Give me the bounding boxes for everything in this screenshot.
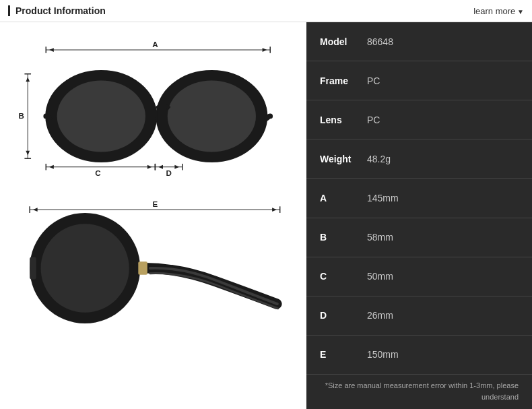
svg-point-3 [168,80,256,152]
spec-label: Weight [320,154,367,164]
front-diagram: A B C D [13,29,293,184]
page-header: Product Information learn more [0,0,532,22]
svg-marker-13 [26,77,30,82]
spec-row: FramePC [306,61,532,100]
spec-value: 86648 [367,36,393,47]
page-title: Product Information [8,5,106,16]
svg-point-29 [41,224,129,312]
svg-text:E: E [153,200,158,208]
svg-marker-36 [272,208,277,212]
svg-rect-30 [138,261,147,274]
spec-label: Lens [320,115,367,125]
spec-label: Model [320,36,367,47]
spec-row: Model86648 [306,22,532,61]
spec-row: E150mm [306,336,532,374]
spec-row: B58mm [306,218,532,257]
spec-value: 150mm [367,349,399,360]
spec-label: E [320,349,367,360]
spec-label: Frame [320,75,367,86]
spec-value: 50mm [367,271,393,282]
main-content: A B C D [0,22,532,409]
svg-point-1 [57,80,145,152]
spec-value: PC [367,115,380,125]
svg-marker-25 [158,165,163,169]
spec-label: C [320,271,367,282]
svg-text:A: A [152,40,158,49]
spec-row: Weight48.2g [306,139,532,179]
svg-marker-14 [26,151,30,156]
svg-marker-20 [147,165,152,169]
svg-text:B: B [18,112,24,120]
svg-marker-35 [33,208,38,212]
spec-row: C50mm [306,257,532,296]
spec-value: 145mm [367,193,399,203]
left-panel: A B C D [0,22,306,409]
svg-rect-31 [30,257,36,280]
spec-row: LensPC [306,100,532,139]
svg-text:D: D [166,169,171,177]
spec-value: 58mm [367,232,393,243]
spec-value: 48.2g [367,154,391,164]
spec-label: A [320,193,367,203]
spec-label: D [320,310,367,321]
svg-marker-19 [49,165,54,169]
svg-marker-26 [174,165,179,169]
spec-value: 26mm [367,310,393,321]
spec-label: B [320,232,367,243]
right-panel: Model86648FramePCLensPCWeight48.2gA145mm… [306,22,532,409]
svg-marker-8 [263,48,267,52]
learn-more-link[interactable]: learn more [473,6,524,16]
spec-row: A145mm [306,179,532,218]
svg-marker-7 [49,48,54,52]
spec-note: *Size are manual measurement error withi… [306,374,532,409]
svg-text:C: C [95,169,101,177]
spec-table: Model86648FramePCLensPCWeight48.2gA145mm… [306,22,532,374]
spec-value: PC [367,75,380,86]
spec-row: D26mm [306,296,532,336]
side-diagram: E [13,191,293,346]
